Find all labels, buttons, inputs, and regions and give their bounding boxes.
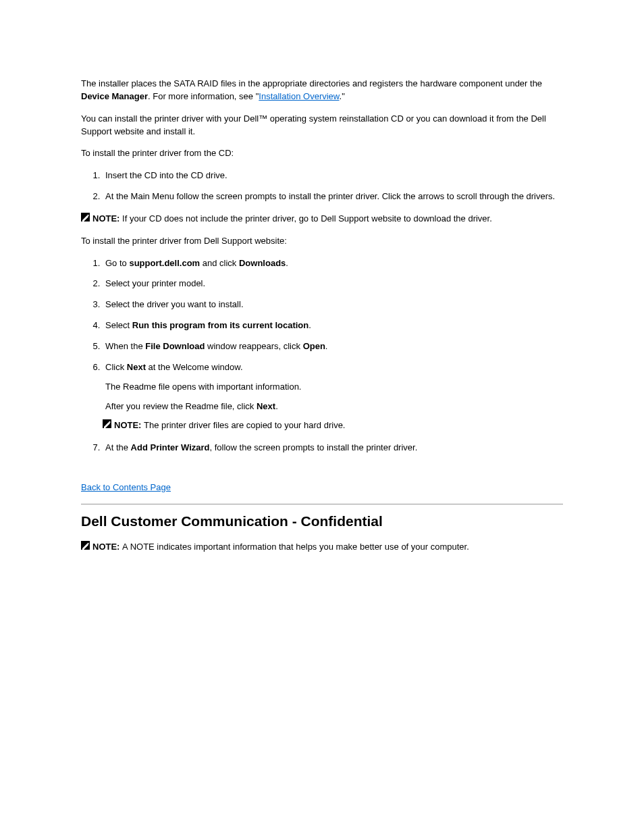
text-segment: Select (105, 320, 132, 330)
step-sub-2: After you review the Readme file, click … (105, 400, 563, 413)
ui-term: Open (303, 341, 325, 351)
text-segment: . (286, 258, 288, 268)
step-item: Click Next at the Welcome window. The Re… (103, 361, 563, 432)
note-icon (81, 213, 90, 221)
text-segment: , follow the screen prompts to install t… (209, 442, 417, 452)
text-segment: Go to (105, 258, 129, 268)
heading-cd-install: To install the printer driver from the C… (81, 147, 563, 160)
text-segment: At the (105, 442, 131, 452)
text-segment: After you review the Readme file, click (105, 401, 257, 411)
step-item: When the File Download window reappears,… (103, 340, 563, 353)
paragraph-intro-1: The installer places the SATA RAID files… (81, 78, 563, 103)
back-link-para: Back to Contents Page (81, 481, 563, 494)
divider-rule (81, 504, 563, 504)
link-installation-overview[interactable]: Installation Overview (259, 91, 339, 101)
step-item: At the Main Menu follow the screen promp… (103, 190, 563, 203)
link-back-contents[interactable]: Back to Contents Page (81, 482, 171, 492)
note-text: A NOTE indicates important information t… (122, 542, 469, 552)
step-text: Select the driver you want to install. (105, 299, 244, 309)
url-text: support.dell.com (129, 258, 200, 268)
section-title-confidential: Dell Customer Communication - Confidenti… (81, 511, 563, 531)
step-sub-1: The Readme file opens with important inf… (105, 381, 563, 394)
step-item: Insert the CD into the CD drive. (103, 170, 563, 182)
text-segment: . (275, 401, 278, 411)
note-text: If your CD does not include the printer … (122, 213, 492, 224)
steps-web-install: Go to support.dell.com and click Downloa… (81, 257, 563, 454)
step-text: At the Main Menu follow the screen promp… (105, 191, 555, 201)
note-text: The printer driver files are copied to y… (144, 420, 345, 430)
text-segment: Click (105, 362, 127, 372)
ui-term: Add Printer Wizard (131, 442, 210, 452)
note-label: NOTE: (92, 213, 122, 224)
step-item: Select Run this program from its current… (103, 319, 563, 332)
text-segment: window reappears, click (205, 341, 302, 351)
ui-term: Next (127, 362, 146, 372)
text-segment: at the Welcome window. (146, 362, 243, 372)
text-segment: The installer places the SATA RAID files… (81, 78, 542, 88)
note-label: NOTE: (114, 420, 144, 430)
note-icon (81, 541, 90, 550)
ui-term: Next (257, 401, 275, 411)
step-text: Insert the CD into the CD drive. (105, 170, 227, 180)
heading-web-install: To install the printer driver from Dell … (81, 235, 563, 248)
note-icon (103, 419, 111, 428)
note-label: NOTE: (92, 542, 122, 552)
note-cd-install: NOTE: If your CD does not include the pr… (81, 213, 563, 226)
ui-term: Run this program from its current locati… (132, 320, 308, 330)
step-item: Select your printer model. (103, 278, 563, 290)
paragraph-intro-2: You can install the printer driver with … (81, 113, 563, 138)
text-segment: . (325, 341, 328, 351)
step-text: Select your printer model. (105, 278, 205, 288)
ui-term-device-manager: Device Manager (81, 91, 148, 101)
ui-term: File Download (145, 341, 205, 351)
text-segment: . (308, 320, 311, 330)
step-item: Select the driver you want to install. (103, 298, 563, 311)
note-web-step: NOTE: The printer driver files are copie… (103, 419, 563, 432)
text-segment: When the (105, 341, 145, 351)
note-section2: NOTE: A NOTE indicates important informa… (81, 541, 563, 554)
text-segment: . For more information, see " (148, 91, 259, 101)
step-item: Go to support.dell.com and click Downloa… (103, 257, 563, 270)
ui-term: Downloads (239, 258, 286, 268)
steps-cd-install: Insert the CD into the CD drive. At the … (81, 170, 563, 203)
text-segment: and click (200, 258, 239, 268)
text-segment: ." (340, 91, 345, 101)
step-item: At the Add Printer Wizard, follow the sc… (103, 442, 563, 454)
